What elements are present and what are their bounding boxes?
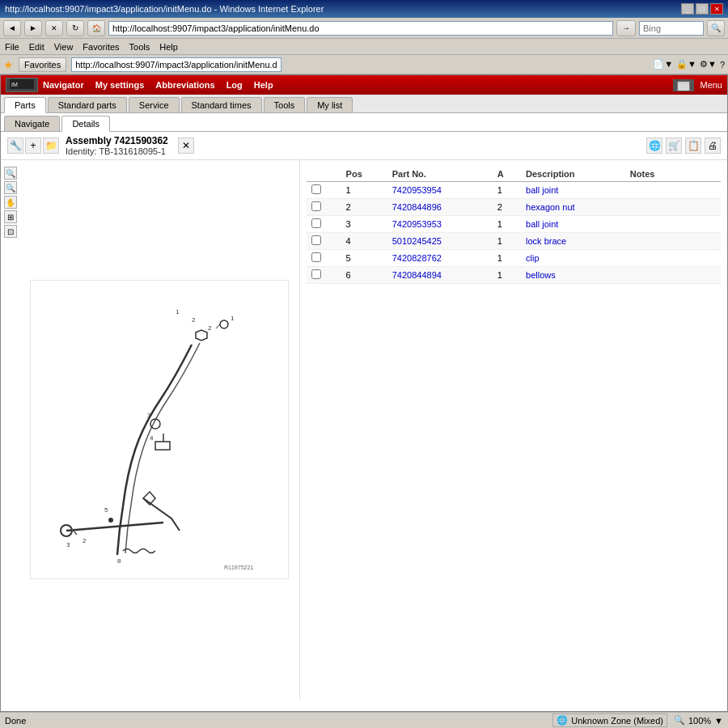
address-bar[interactable] (108, 21, 613, 36)
svg-point-19 (108, 518, 113, 523)
help-icon[interactable]: ? (720, 60, 725, 70)
bing-search-button[interactable]: 🔍 (707, 20, 725, 36)
favorites-button[interactable]: Favorites (19, 57, 66, 72)
minimize-button[interactable]: _ (681, 3, 694, 15)
row-checkbox[interactable] (311, 269, 321, 279)
sub-tab-navigate[interactable]: Navigate (4, 116, 60, 131)
status-zoom: 🔍 100% ▼ (674, 715, 723, 726)
col-header-qty: A (493, 167, 521, 182)
nav-navigator[interactable]: Navigator (43, 80, 84, 90)
row-desc[interactable]: bellows (521, 267, 625, 284)
assembly-left: 🔧 + 📁 Assembly 7421590362 Identity: TB-1… (7, 135, 194, 156)
zoom-icon: 🔍 (674, 715, 685, 726)
safety-icon[interactable]: 🔒▼ (676, 59, 696, 70)
row-pos: 4 (341, 233, 387, 250)
favorites-menu[interactable]: Favorites (83, 42, 119, 52)
row-part-no[interactable]: 7420828762 (387, 250, 493, 267)
tools-icon[interactable]: ⚙▼ (700, 59, 717, 70)
part-desc-link[interactable]: ball joint (526, 185, 558, 195)
row-desc[interactable]: ball joint (521, 182, 625, 199)
zoom-out-button[interactable]: 🔍 (4, 181, 17, 194)
copy-icon[interactable]: 📋 (685, 138, 701, 154)
row-desc[interactable]: clip (521, 250, 625, 267)
row-notes (625, 182, 687, 199)
help-menu[interactable]: Help (159, 42, 178, 52)
home-button[interactable]: 🏠 (87, 20, 105, 36)
row-extra1 (686, 233, 703, 250)
row-checkbox[interactable] (311, 252, 321, 262)
svg-text:3: 3 (66, 541, 70, 548)
nav-abbreviations[interactable]: Abbreviations (155, 80, 214, 90)
tab-standard-parts[interactable]: Standard parts (48, 97, 127, 112)
browser-title-text: http://localhost:9907/impact3/applicatio… (5, 4, 324, 14)
row-extra2 (704, 216, 721, 233)
row-desc[interactable]: hexagon nut (521, 199, 625, 216)
page-tools-icon[interactable]: 📄▼ (653, 59, 673, 70)
go-button[interactable]: → (616, 20, 636, 36)
row-part-no[interactable]: 7420844896 (387, 199, 493, 216)
wrench-icon[interactable]: 🔧 (7, 138, 23, 154)
tab-my-list[interactable]: My list (307, 97, 353, 112)
part-number-link[interactable]: 7420844896 (392, 202, 442, 212)
row-extra1 (686, 182, 703, 199)
bing-search-input[interactable] (639, 21, 704, 36)
row-notes (625, 216, 687, 233)
sub-tab-details[interactable]: Details (61, 116, 110, 132)
row-checkbox[interactable] (311, 184, 321, 194)
row-part-no[interactable]: 7420953954 (387, 182, 493, 199)
stop-button[interactable]: ✕ (45, 20, 63, 36)
row-qty: 1 (493, 250, 521, 267)
part-number-link[interactable]: 7420953954 (392, 185, 442, 195)
row-checkbox[interactable] (311, 218, 321, 228)
nav-my-settings[interactable]: My settings (95, 80, 145, 90)
tab-standard-times[interactable]: Standard times (181, 97, 262, 112)
delete-icon[interactable]: ✕ (178, 138, 194, 154)
row-part-no[interactable]: 7420844894 (387, 267, 493, 284)
edit-menu[interactable]: Edit (29, 42, 44, 52)
zoom-in-button[interactable]: 🔍 (4, 167, 17, 180)
table-row: 2 7420844896 2 hexagon nut (307, 199, 721, 216)
zoom-arrow[interactable]: ▼ (714, 716, 723, 726)
part-number-link[interactable]: 7420953953 (392, 219, 442, 229)
globe-icon[interactable]: 🌐 (646, 138, 662, 154)
part-desc-link[interactable]: lock brace (526, 236, 566, 246)
part-number-link[interactable]: 5010245425 (392, 236, 442, 246)
tab-service[interactable]: Service (129, 97, 180, 112)
refresh-button[interactable]: ↻ (66, 20, 84, 36)
view-menu[interactable]: View (54, 42, 74, 52)
row-checkbox[interactable] (311, 201, 321, 211)
part-number-link[interactable]: 7420844894 (392, 270, 442, 280)
folder-icon[interactable]: 📁 (43, 138, 59, 154)
favorites-url-input[interactable] (71, 57, 281, 72)
row-desc[interactable]: ball joint (521, 216, 625, 233)
close-button[interactable]: ✕ (710, 3, 723, 15)
nav-log[interactable]: Log (226, 80, 243, 90)
row-checkbox[interactable] (311, 235, 321, 245)
part-desc-link[interactable]: ball joint (526, 219, 558, 229)
part-desc-link[interactable]: bellows (526, 270, 556, 280)
tools-menu[interactable]: Tools (129, 42, 150, 52)
print-icon[interactable]: 🖨 (705, 138, 721, 154)
forward-button[interactable]: ► (24, 20, 42, 36)
diagram-area: 1 2 3 (19, 160, 299, 699)
plus-icon[interactable]: + (25, 138, 41, 154)
row-part-no[interactable]: 5010245425 (387, 233, 493, 250)
zoom-select-button[interactable]: ⊡ (4, 225, 17, 238)
part-number-link[interactable]: 7420828762 (392, 253, 442, 263)
tab-tools[interactable]: Tools (264, 97, 306, 112)
part-desc-link[interactable]: hexagon nut (526, 202, 575, 212)
cart-icon[interactable]: 🛒 (666, 138, 682, 154)
zoom-fit-button[interactable]: ⊞ (4, 210, 17, 223)
row-desc[interactable]: lock brace (521, 233, 625, 250)
file-menu[interactable]: File (5, 42, 19, 52)
tab-parts[interactable]: Parts (4, 97, 46, 113)
row-part-no[interactable]: 7420953953 (387, 216, 493, 233)
restore-button[interactable]: □ (696, 3, 709, 15)
part-desc-link[interactable]: clip (526, 253, 540, 263)
zoom-pan-button[interactable]: ✋ (4, 196, 17, 209)
nav-help[interactable]: Help (254, 80, 273, 90)
status-zone: 🌐 Unknown Zone (Mixed) (552, 713, 667, 727)
status-text: Done (5, 716, 552, 726)
back-button[interactable]: ◄ (3, 20, 21, 36)
toolbar-icons: 🌐 🛒 📋 🖨 (646, 138, 721, 154)
